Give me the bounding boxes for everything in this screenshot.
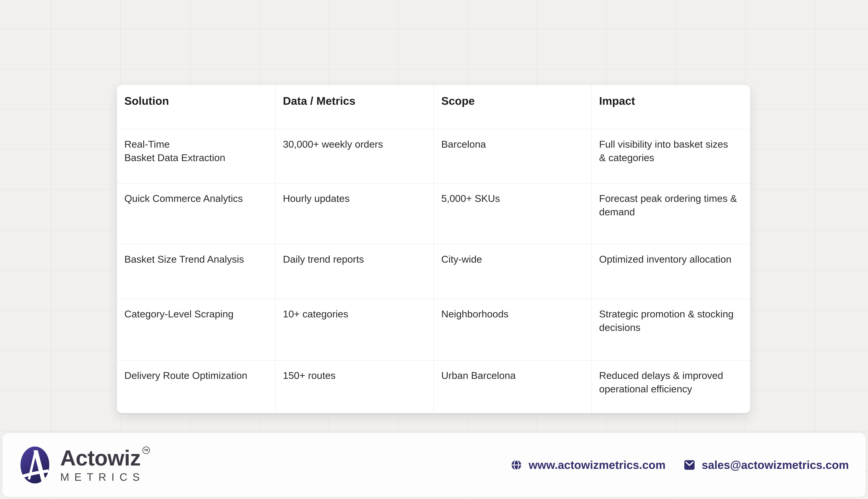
cell-solution-row5: Delivery Route Optimization xyxy=(117,360,275,413)
footer-links: www.actowizmetrics.com sales@actowizmetr… xyxy=(511,459,849,472)
cell-data-metrics-row4: 10+ categories xyxy=(275,299,433,360)
brand-name: Actowiz xyxy=(60,447,141,469)
cell-data-metrics-row1: 30,000+ weekly orders xyxy=(275,129,433,183)
cell-solution-row4: Category-Level Scraping xyxy=(117,299,275,360)
footer-bar: Actowiz TM METRICS www.actowizmetrics.co… xyxy=(2,433,866,497)
cell-data-metrics-row2: Hourly updates xyxy=(275,183,433,244)
brand-text: Actowiz TM METRICS xyxy=(60,447,150,483)
globe-icon xyxy=(511,460,522,471)
mail-icon xyxy=(684,460,695,470)
trademark-badge: TM xyxy=(142,447,150,454)
email-link[interactable]: sales@actowizmetrics.com xyxy=(684,459,849,472)
cell-impact-row5: Reduced delays & improved operational ef… xyxy=(591,360,750,413)
brand-tagline: METRICS xyxy=(60,472,150,483)
cell-scope-row5: Urban Barcelona xyxy=(433,360,591,413)
website-url: www.actowizmetrics.com xyxy=(529,459,666,472)
column-header-solution: Solution xyxy=(117,85,275,129)
cell-scope-row3: City-wide xyxy=(433,244,591,299)
cell-scope-row1: Barcelona xyxy=(433,129,591,183)
cell-data-metrics-row3: Daily trend reports xyxy=(275,244,433,299)
cell-impact-row2: Forecast peak ordering times & demand xyxy=(591,183,750,244)
cell-solution-row2: Quick Commerce Analytics xyxy=(117,183,275,244)
column-header-scope: Scope xyxy=(433,85,591,129)
cell-impact-row1: Full visibility into basket sizes & cate… xyxy=(591,129,750,183)
solutions-table: Solution Data / Metrics Scope Impact Rea… xyxy=(117,85,750,413)
email-address: sales@actowizmetrics.com xyxy=(702,459,849,472)
cell-solution-row1: Real-Time Basket Data Extraction xyxy=(117,129,275,183)
cell-solution-row3: Basket Size Trend Analysis xyxy=(117,244,275,299)
column-header-data-metrics: Data / Metrics xyxy=(275,85,433,129)
actowiz-logo-mark xyxy=(18,446,51,484)
cell-impact-row3: Optimized inventory allocation xyxy=(591,244,750,299)
column-header-impact: Impact xyxy=(591,85,750,129)
brand-logo: Actowiz TM METRICS xyxy=(18,446,150,484)
cell-data-metrics-row5: 150+ routes xyxy=(275,360,433,413)
cell-impact-row4: Strategic promotion & stocking decisions xyxy=(591,299,750,360)
cell-scope-row2: 5,000+ SKUs xyxy=(433,183,591,244)
website-link[interactable]: www.actowizmetrics.com xyxy=(511,459,666,472)
cell-scope-row4: Neighborhoods xyxy=(433,299,591,360)
